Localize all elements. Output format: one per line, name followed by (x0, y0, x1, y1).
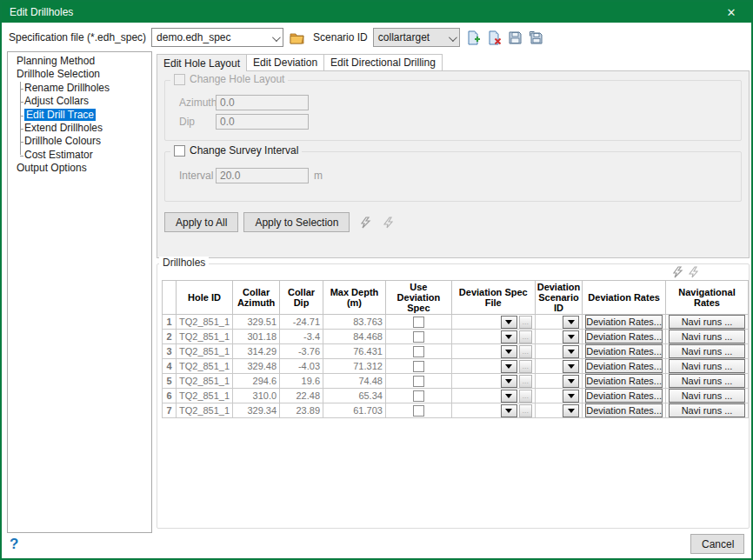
collar-azimuth-cell[interactable]: 329.34 (233, 403, 280, 418)
deviation-scenario-id-dropdown[interactable] (563, 345, 579, 358)
interval-input[interactable] (216, 168, 309, 183)
deviation-spec-file-browse-button[interactable]: ... (519, 360, 532, 373)
tree-item-cost-estimator[interactable]: Cost Estimator (8, 149, 151, 162)
tab-edit-directional-drilling[interactable]: Edit Directional Drilling (323, 54, 443, 70)
use-deviation-spec-checkbox[interactable] (413, 317, 424, 328)
hole-id-cell[interactable]: TQ2_851_1 (176, 374, 232, 389)
collar-dip-cell[interactable]: -3.4 (280, 330, 323, 344)
delete-scenario-icon[interactable] (487, 30, 502, 45)
collar-dip-cell[interactable]: 22.48 (280, 389, 323, 403)
apply-to-selection-button[interactable]: Apply to Selection (243, 212, 350, 232)
deviation-spec-file-browse-button[interactable]: ... (519, 375, 532, 388)
deviation-spec-file-browse-button[interactable]: ... (519, 404, 532, 417)
row-number[interactable]: 5 (163, 374, 177, 389)
hole-id-cell[interactable]: TQ2_851_1 (176, 315, 232, 330)
dip-input[interactable] (216, 114, 309, 130)
collar-azimuth-cell[interactable]: 329.51 (233, 315, 280, 330)
col-deviation-rates[interactable]: Deviation Rates (583, 281, 666, 315)
col-collar-dip[interactable]: Collar Dip (280, 281, 323, 315)
tree-item-planning-method[interactable]: Planning Method (8, 55, 151, 68)
collar-dip-cell[interactable]: -4.03 (280, 359, 323, 374)
deviation-rates-button[interactable]: Deviation Rates... (585, 330, 663, 343)
deviation-spec-file-dropdown[interactable] (501, 390, 517, 403)
deviation-rates-button[interactable]: Deviation Rates... (585, 374, 663, 388)
deviation-rates-button[interactable]: Deviation Rates... (585, 315, 663, 329)
collar-azimuth-cell[interactable]: 314.29 (233, 344, 280, 359)
max-depth-cell[interactable]: 61.703 (323, 403, 386, 418)
save-scenario-as-icon[interactable] (529, 30, 543, 45)
max-depth-cell[interactable]: 71.312 (323, 359, 386, 374)
help-icon[interactable]: ? (10, 536, 18, 553)
max-depth-cell[interactable]: 76.431 (323, 344, 386, 359)
collar-dip-cell[interactable]: 23.89 (280, 403, 323, 418)
deviation-spec-file-browse-button[interactable]: ... (519, 330, 532, 343)
spec-file-combobox[interactable]: demo.edh_spec (151, 28, 283, 47)
deviation-spec-file-browse-button[interactable]: ... (519, 345, 532, 358)
collar-dip-cell[interactable]: -3.76 (280, 344, 323, 359)
col-deviation-scenario-id[interactable]: Deviation Scenario ID (535, 281, 583, 315)
tab-edit-deviation[interactable]: Edit Deviation (246, 54, 324, 70)
close-icon[interactable]: ✕ (715, 2, 748, 23)
hole-id-cell[interactable]: TQ2_851_1 (176, 344, 232, 359)
navigational-rates-button[interactable]: Navi runs ... (669, 374, 745, 388)
row-number[interactable]: 4 (163, 359, 177, 374)
collar-azimuth-cell[interactable]: 310.0 (233, 389, 280, 403)
collar-dip-cell[interactable]: -24.71 (280, 315, 323, 330)
deviation-scenario-id-dropdown[interactable] (563, 404, 579, 417)
deviation-rates-button[interactable]: Deviation Rates... (585, 359, 663, 373)
collar-azimuth-cell[interactable]: 294.6 (233, 374, 280, 389)
row-number[interactable]: 1 (163, 315, 177, 330)
hole-id-cell[interactable]: TQ2_851_1 (176, 403, 232, 418)
new-scenario-icon[interactable] (466, 30, 481, 45)
deviation-spec-file-dropdown[interactable] (501, 330, 517, 343)
deviation-spec-file-dropdown[interactable] (501, 316, 517, 329)
use-deviation-spec-checkbox[interactable] (413, 405, 424, 417)
max-depth-cell[interactable]: 65.34 (323, 389, 386, 403)
save-scenario-icon[interactable] (508, 30, 523, 45)
use-deviation-spec-checkbox[interactable] (413, 390, 424, 402)
deviation-scenario-id-dropdown[interactable] (563, 360, 579, 373)
cancel-button[interactable]: Cancel (690, 534, 744, 554)
deviation-scenario-id-dropdown[interactable] (563, 330, 579, 343)
navigational-rates-button[interactable]: Navi runs ... (669, 359, 745, 373)
col-hole-id[interactable]: Hole ID (176, 281, 232, 315)
max-depth-cell[interactable]: 83.763 (323, 315, 386, 330)
deviation-spec-file-dropdown[interactable] (501, 345, 517, 358)
navigational-rates-button[interactable]: Navi runs ... (669, 403, 745, 417)
change-survey-interval-checkbox[interactable] (174, 145, 185, 157)
azimuth-input[interactable] (216, 95, 309, 110)
hole-id-cell[interactable]: TQ2_851_1 (176, 330, 232, 344)
tree-item-extend-drillholes[interactable]: Extend Drillholes (8, 122, 151, 135)
collar-azimuth-cell[interactable]: 329.48 (233, 359, 280, 374)
row-number[interactable]: 3 (163, 344, 177, 359)
navigational-rates-button[interactable]: Navi runs ... (669, 344, 745, 358)
max-depth-cell[interactable]: 74.48 (323, 374, 386, 389)
apply-to-all-button[interactable]: Apply to All (164, 212, 238, 232)
deviation-spec-file-browse-button[interactable]: ... (519, 316, 532, 329)
tree-item-adjust-collars[interactable]: Adjust Collars (8, 95, 151, 108)
deviation-spec-file-dropdown[interactable] (501, 404, 517, 417)
use-deviation-spec-checkbox[interactable] (413, 346, 424, 357)
tree-item-drillhole-selection[interactable]: Drillhole Selection (8, 68, 151, 81)
deviation-spec-file-dropdown[interactable] (501, 375, 517, 388)
navigational-rates-button[interactable]: Navi runs ... (669, 315, 745, 329)
max-depth-cell[interactable]: 84.468 (323, 330, 386, 344)
deviation-spec-file-browse-button[interactable]: ... (519, 390, 532, 403)
col-collar-azimuth[interactable]: Collar Azimuth (233, 281, 280, 315)
deviation-rates-button[interactable]: Deviation Rates... (585, 403, 663, 417)
scenario-id-combobox[interactable]: collartarget (373, 28, 460, 47)
hole-id-cell[interactable]: TQ2_851_1 (176, 389, 232, 403)
hole-id-cell[interactable]: TQ2_851_1 (176, 359, 232, 374)
use-deviation-spec-checkbox[interactable] (413, 361, 424, 372)
change-hole-layout-checkbox[interactable] (174, 74, 185, 85)
use-deviation-spec-checkbox[interactable] (413, 376, 424, 387)
deviation-scenario-id-dropdown[interactable] (563, 316, 579, 329)
deviation-rates-button[interactable]: Deviation Rates... (585, 344, 663, 358)
deviation-rates-button[interactable]: Deviation Rates... (585, 389, 663, 403)
deviation-spec-file-dropdown[interactable] (501, 360, 517, 373)
row-number[interactable]: 6 (163, 389, 177, 403)
navigational-rates-button[interactable]: Navi runs ... (669, 389, 745, 403)
deviation-scenario-id-dropdown[interactable] (563, 375, 579, 388)
row-number[interactable]: 7 (163, 403, 177, 418)
collar-azimuth-cell[interactable]: 301.18 (233, 330, 280, 344)
